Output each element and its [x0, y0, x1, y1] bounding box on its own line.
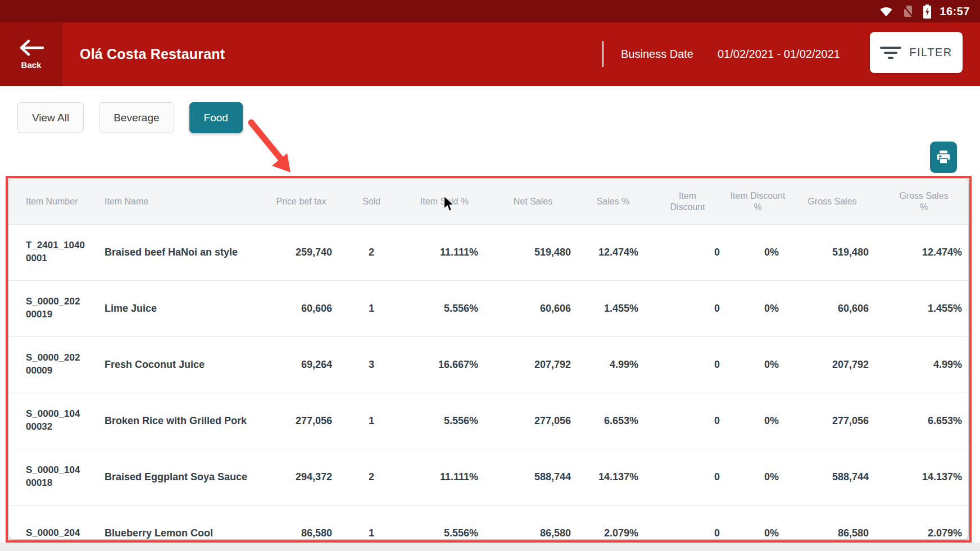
table-cell: 86,580: [487, 505, 579, 539]
page-title: Olá Costa Restaurant: [80, 22, 225, 86]
table-cell: 5.556%: [402, 280, 487, 336]
table-cell: 588,744: [787, 449, 877, 505]
table-cell: 86,580: [787, 505, 877, 539]
table-cell: 3: [341, 336, 402, 393]
table-cell: 5.556%: [402, 505, 487, 539]
table-cell: 277,056: [262, 393, 341, 449]
back-label: Back: [21, 60, 42, 70]
column-header-gross-sales[interactable]: Gross Sales: [787, 179, 877, 224]
table-cell: 11.111%: [402, 224, 487, 280]
back-arrow-icon: [18, 39, 45, 57]
tab-food[interactable]: Food: [189, 102, 243, 133]
table-cell: 0%: [728, 505, 787, 539]
column-header-label: Item Discount: [666, 190, 710, 213]
table-cell: 4.99%: [579, 336, 647, 393]
business-date-value[interactable]: 01/02/2021 - 01/02/2021: [718, 22, 840, 86]
column-header-item-sold-[interactable]: Item Sold %: [402, 179, 487, 224]
table-row[interactable]: S_0000_104 00018Braised Eggplant Soya Sa…: [9, 449, 968, 505]
sales-report-table: Item NumberItem NamePrice bef taxSoldIte…: [9, 179, 968, 539]
table-cell: 1: [341, 280, 402, 336]
tab-beverage[interactable]: Beverage: [99, 102, 174, 133]
table-row[interactable]: S_0000_204Blueberry Lemon Cool86,58015.5…: [9, 505, 968, 539]
printer-icon: [935, 149, 952, 166]
table-cell: Braised Eggplant Soya Sauce: [93, 449, 262, 505]
report-table-card: Item NumberItem NamePrice bef taxSoldIte…: [9, 179, 968, 539]
table-cell: 0: [647, 224, 728, 280]
table-cell: 12.474%: [877, 224, 968, 280]
table-cell: 0: [647, 393, 728, 449]
column-header-item-discount-[interactable]: Item Discount %: [728, 179, 787, 224]
table-cell: 0: [647, 336, 728, 393]
table-cell: 6.653%: [579, 393, 647, 449]
table-cell: S_0000_104 00032: [9, 393, 93, 449]
table-cell: 1.455%: [877, 280, 968, 336]
table-cell: 12.474%: [579, 224, 647, 280]
column-header-net-sales[interactable]: Net Sales: [487, 179, 579, 224]
table-row[interactable]: S_0000_202 00009Fresh Coconut Juice69,26…: [9, 336, 968, 393]
table-cell: 5.556%: [402, 393, 487, 449]
table-cell: 2.079%: [579, 505, 647, 539]
table-cell: 0%: [728, 449, 787, 505]
clock-time: 16:57: [940, 5, 970, 18]
table-cell: 6.653%: [877, 393, 968, 449]
column-header-price-bef-tax[interactable]: Price bef tax: [262, 179, 341, 224]
column-header-label: Sold: [362, 196, 380, 207]
column-header-item-number[interactable]: Item Number: [9, 179, 93, 224]
column-header-item-discount[interactable]: Item Discount: [647, 179, 728, 224]
column-header-gross-sales-[interactable]: Gross Sales %: [877, 179, 968, 224]
table-cell: 588,744: [487, 449, 579, 505]
table-cell: 2: [341, 449, 402, 505]
table-cell: 0%: [728, 336, 787, 393]
table-cell: Braised beef HaNoi an style: [93, 224, 262, 280]
table-cell: 16.667%: [402, 336, 487, 393]
wifi-icon: [879, 4, 893, 19]
column-header-label: Item Discount %: [728, 190, 787, 213]
table-cell: S_0000_202 00019: [9, 280, 93, 336]
table-cell: 2.079%: [877, 505, 968, 539]
table-cell: 60,606: [487, 280, 579, 336]
table-cell: S_0000_104 00018: [9, 449, 93, 505]
table-cell: 519,480: [487, 224, 579, 280]
column-header-label: Item Number: [26, 196, 78, 207]
table-cell: 2: [341, 224, 402, 280]
report-table-container: Item NumberItem NamePrice bef taxSoldIte…: [6, 176, 972, 543]
no-sim-icon: [901, 4, 915, 19]
table-cell: S_0000_202 00009: [9, 336, 93, 393]
column-header-sold[interactable]: Sold: [341, 179, 402, 224]
column-header-label: Sales %: [597, 196, 630, 207]
tab-view-all[interactable]: View All: [17, 102, 84, 133]
column-header-label: Item Sold %: [420, 196, 469, 207]
table-cell: 69,264: [262, 336, 341, 393]
table-cell: 0: [647, 449, 728, 505]
table-cell: 0: [647, 280, 728, 336]
bottom-strip: [0, 543, 980, 551]
table-cell: 4.99%: [877, 336, 968, 393]
print-button[interactable]: [930, 142, 957, 173]
column-header-item-name[interactable]: Item Name: [93, 179, 262, 224]
table-cell: 207,792: [787, 336, 877, 393]
back-button[interactable]: Back: [0, 22, 62, 86]
column-header-label: Net Sales: [514, 196, 552, 207]
table-cell: Blueberry Lemon Cool: [93, 505, 262, 539]
category-tabs: View AllBeverageFood: [17, 102, 243, 133]
table-cell: Lime Juice: [93, 280, 262, 336]
table-row[interactable]: T_2401_1040 0001Braised beef HaNoi an st…: [9, 224, 968, 280]
status-bar: 16:57: [0, 0, 980, 22]
column-header-sales-[interactable]: Sales %: [579, 179, 647, 224]
filter-button[interactable]: FILTER: [870, 32, 963, 73]
table-cell: 11.111%: [402, 449, 487, 505]
table-cell: 0: [647, 505, 728, 539]
table-cell: 0%: [728, 280, 787, 336]
column-header-label: Gross Sales: [807, 196, 856, 207]
table-cell: 1: [341, 505, 402, 539]
table-row[interactable]: S_0000_202 00019Lime Juice60,60615.556%6…: [9, 280, 968, 336]
app-header: Back Olá Costa Restaurant Business Date …: [0, 22, 980, 86]
red-arrow-annotation: [236, 110, 309, 182]
table-cell: 60,606: [262, 280, 341, 336]
table-cell: S_0000_204: [9, 505, 93, 539]
table-cell: 277,056: [487, 393, 579, 449]
filter-label: FILTER: [909, 46, 952, 59]
table-cell: 60,606: [787, 280, 877, 336]
table-row[interactable]: S_0000_104 00032Broken Rice with Grilled…: [9, 393, 968, 449]
table-cell: Broken Rice with Grilled Pork: [93, 393, 262, 449]
